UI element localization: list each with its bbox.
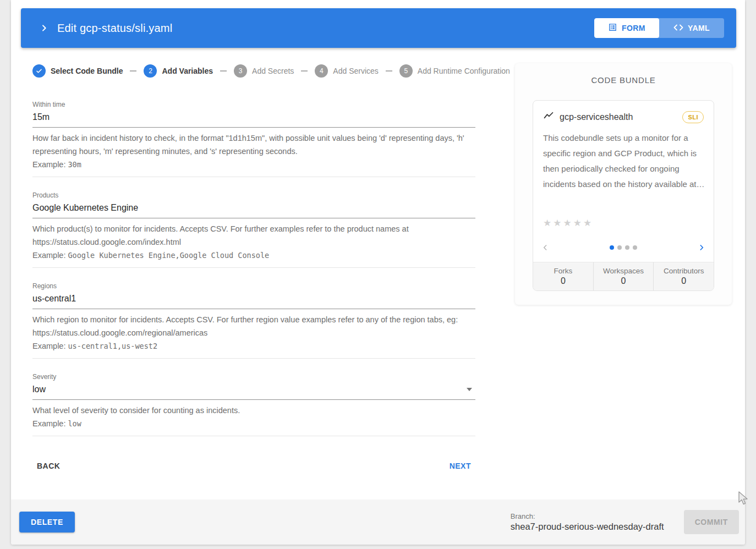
- editor-card: Edit gcp-status/sli.yaml FORM YAML: [11, 0, 745, 545]
- star-icon: ★: [543, 218, 553, 228]
- code-bundle-panel: CODE BUNDLE gcp-serviceshealth SLI This …: [515, 63, 732, 305]
- severity-select[interactable]: low: [32, 384, 475, 400]
- example-value: Google Kubernetes Engine,Google Cloud Co…: [68, 251, 269, 260]
- trending-chart-icon: [543, 111, 554, 124]
- bundle-stats: Forks 0 Workspaces 0 Contributors 0: [533, 262, 714, 290]
- stat-value: 0: [594, 276, 654, 286]
- carousel-prev-icon[interactable]: [541, 243, 550, 252]
- step-label: Add Variables: [162, 67, 213, 75]
- code-bundle-description: This codebundle sets up a monitor for a …: [533, 130, 714, 192]
- star-icon: ★: [563, 218, 573, 228]
- star-icon: ★: [583, 218, 593, 228]
- within-time-input[interactable]: 15m: [32, 112, 475, 128]
- next-button[interactable]: NEXT: [445, 457, 475, 475]
- field-value: us-central1: [32, 293, 475, 304]
- step-label: Add Runtime Configuration: [418, 67, 510, 75]
- field-example: Example: low: [32, 417, 475, 430]
- carousel-dot[interactable]: [625, 245, 629, 250]
- star-icon: ★: [573, 218, 583, 228]
- step-connector: [220, 70, 227, 72]
- step-add-runtime-configuration[interactable]: 5 Add Runtime Configuration: [399, 64, 510, 78]
- field-divider: [32, 267, 475, 268]
- stat-forks: Forks 0: [533, 262, 593, 290]
- field-help: Which region to monitor for incidents. A…: [32, 313, 475, 339]
- carousel-dot[interactable]: [633, 245, 637, 250]
- rating-stars: ★★★★★: [543, 217, 704, 229]
- example-label: Example:: [32, 251, 65, 260]
- products-input[interactable]: Google Kubernetes Engine: [32, 202, 475, 218]
- commit-button[interactable]: COMMIT: [684, 510, 739, 534]
- step-connector: [130, 70, 136, 72]
- code-bundle-panel-title: CODE BUNDLE: [515, 75, 732, 85]
- delete-button[interactable]: DELETE: [19, 512, 75, 532]
- step-add-variables[interactable]: 2 Add Variables: [144, 64, 213, 78]
- yaml-view-label: YAML: [688, 24, 710, 32]
- stat-value: 0: [533, 276, 593, 286]
- field-severity: Severity low What level of severity to c…: [32, 373, 475, 430]
- stat-workspaces: Workspaces 0: [593, 262, 654, 290]
- field-regions: Regions us-central1 Which region to moni…: [32, 282, 475, 353]
- star-icon: ★: [553, 218, 563, 228]
- field-label: Severity: [32, 373, 475, 381]
- field-help: How far back in incident history to chec…: [32, 131, 475, 158]
- branch-label: Branch:: [511, 512, 664, 520]
- carousel-dot[interactable]: [610, 245, 614, 250]
- step-select-code-bundle[interactable]: Select Code Bundle: [32, 64, 123, 78]
- stat-label: Workspaces: [594, 267, 654, 275]
- field-example: Example: us-central1,us-west2: [32, 339, 475, 353]
- stepper: Select Code Bundle 2 Add Variables 3 Add…: [32, 64, 475, 78]
- stat-contributors: Contributors 0: [653, 262, 714, 290]
- sli-badge: SLI: [682, 111, 704, 123]
- field-label: Products: [32, 191, 475, 199]
- stat-value: 0: [654, 276, 714, 286]
- field-within-time: Within time 15m How far back in incident…: [32, 101, 475, 171]
- step-label: Select Code Bundle: [51, 67, 123, 75]
- bundle-carousel: [541, 242, 706, 253]
- dropdown-arrow-icon: [467, 388, 472, 391]
- chevron-right-icon[interactable]: [40, 24, 48, 32]
- step-connector: [386, 70, 392, 72]
- page-title: Edit gcp-status/sli.yaml: [57, 22, 172, 35]
- field-divider: [32, 358, 475, 359]
- field-products: Products Google Kubernetes Engine Which …: [32, 191, 475, 262]
- field-value: 15m: [32, 112, 475, 123]
- branch-info: Branch: shea7-proud-serious-wednesday-dr…: [511, 512, 664, 532]
- carousel-dots: [550, 245, 697, 250]
- editor-footer: DELETE Branch: shea7-proud-serious-wedne…: [11, 499, 745, 545]
- carousel-dot[interactable]: [617, 245, 622, 250]
- example-value: 30m: [68, 160, 81, 169]
- step-number: 3: [234, 64, 247, 78]
- form-view-button[interactable]: FORM: [594, 18, 659, 38]
- carousel-next-icon[interactable]: [697, 243, 706, 252]
- example-label: Example:: [32, 419, 65, 428]
- editor-appbar: Edit gcp-status/sli.yaml FORM YAML: [21, 8, 736, 48]
- field-example: Example: 30m: [32, 158, 475, 171]
- code-icon: [673, 24, 683, 33]
- example-label: Example:: [32, 160, 65, 169]
- field-help: What level of severity to consider for c…: [32, 404, 475, 417]
- field-divider: [32, 436, 475, 436]
- branch-name: shea7-proud-serious-wednesday-draft: [511, 521, 664, 532]
- form-view-label: FORM: [622, 24, 645, 32]
- stat-label: Forks: [533, 267, 593, 275]
- step-add-secrets[interactable]: 3 Add Secrets: [234, 64, 294, 78]
- step-number: 2: [144, 64, 157, 78]
- example-label: Example:: [32, 342, 65, 350]
- view-toggle: FORM YAML: [594, 18, 724, 38]
- code-bundle-name: gcp-serviceshealth: [560, 112, 682, 122]
- field-help: Which product(s) to monitor for incident…: [32, 222, 475, 249]
- yaml-view-button[interactable]: YAML: [659, 18, 724, 38]
- form-fields: Within time 15m How far back in incident…: [32, 101, 475, 436]
- step-add-services[interactable]: 4 Add Services: [315, 64, 378, 78]
- step-connector: [301, 70, 308, 72]
- field-value: low: [32, 384, 467, 395]
- step-complete-check-icon: [32, 64, 46, 78]
- field-label: Within time: [32, 101, 475, 108]
- field-example: Example: Google Kubernetes Engine,Google…: [32, 249, 475, 262]
- step-label: Add Services: [333, 67, 378, 75]
- form-list-icon: [608, 23, 617, 34]
- back-button[interactable]: BACK: [32, 457, 64, 475]
- field-label: Regions: [32, 282, 475, 290]
- regions-input[interactable]: us-central1: [32, 293, 475, 309]
- example-value: us-central1,us-west2: [68, 342, 157, 350]
